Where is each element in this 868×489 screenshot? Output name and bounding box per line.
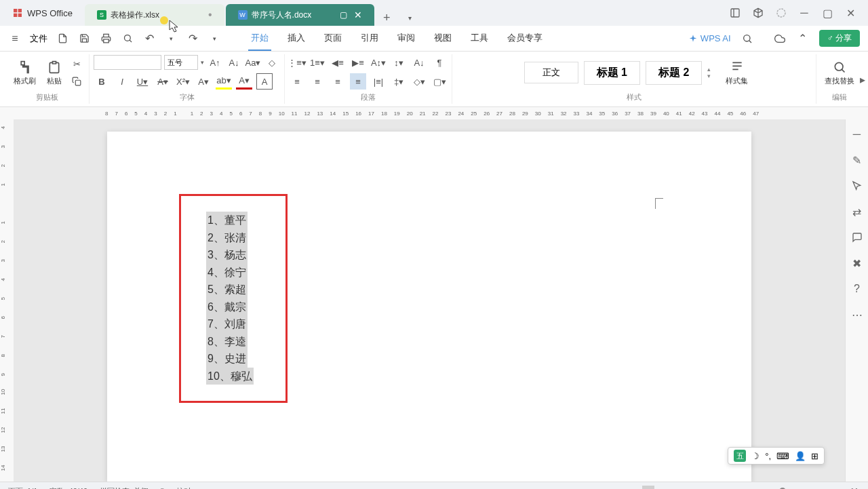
superscript-icon[interactable]: X²▾ bbox=[175, 73, 191, 90]
ime-user-icon[interactable]: 👤 bbox=[795, 451, 806, 461]
hamburger-icon[interactable]: ≡ bbox=[8, 32, 22, 45]
collapse-ribbon-icon[interactable]: ⌃ bbox=[796, 32, 810, 45]
list-item[interactable]: 8、李逵 bbox=[206, 333, 248, 351]
tab-tools[interactable]: 工具 bbox=[468, 26, 491, 51]
status-dropdown-icon[interactable]: ▾ bbox=[161, 486, 164, 489]
tab-insert[interactable]: 插入 bbox=[285, 26, 308, 51]
tab-xlsx[interactable]: S 表格操作.xlsx • bbox=[85, 4, 224, 26]
clear-format-icon[interactable]: ◇ bbox=[264, 54, 280, 71]
align-justify-icon[interactable]: ≡ bbox=[350, 73, 366, 90]
list-item[interactable]: 5、索超 bbox=[206, 281, 248, 298]
app-logo[interactable]: WPS Office bbox=[5, 7, 79, 18]
status-spell[interactable]: 拼写检查: 关闭 bbox=[100, 486, 149, 489]
line-spacing-icon[interactable]: ↕▾ bbox=[391, 54, 407, 71]
increase-indent-icon[interactable]: ▶≡ bbox=[350, 54, 366, 71]
side-cursor-icon[interactable] bbox=[850, 179, 864, 193]
side-tools-icon[interactable]: ✖ bbox=[850, 256, 864, 270]
file-menu[interactable]: 文件 bbox=[30, 33, 47, 45]
show-marks-icon[interactable]: ¶ bbox=[431, 54, 448, 71]
cube-icon[interactable] bbox=[751, 6, 765, 20]
text-effects-icon[interactable]: A▾ bbox=[195, 73, 212, 90]
font-size-input[interactable] bbox=[164, 55, 198, 70]
view-web-icon[interactable]: ⊕ bbox=[699, 486, 711, 490]
print-preview-icon[interactable] bbox=[121, 32, 134, 45]
style-heading2[interactable]: 标题 2 bbox=[646, 61, 702, 85]
line-height-icon[interactable]: ‡▾ bbox=[391, 73, 407, 90]
italic-icon[interactable]: I bbox=[114, 73, 130, 90]
list-item[interactable]: 2、张清 bbox=[206, 229, 248, 247]
side-settings-icon[interactable]: ⇄ bbox=[850, 205, 864, 218]
view-outline-icon[interactable]: ≡ bbox=[661, 486, 673, 490]
zoom-in-icon[interactable]: + bbox=[798, 486, 810, 490]
view-ruler-icon[interactable]: ⊿ bbox=[718, 486, 730, 490]
selected-text-list[interactable]: 1、董平2、张清3、杨志4、徐宁5、索超6、戴宗7、刘唐8、李逵9、史进10、穆… bbox=[206, 212, 254, 385]
tab-close-icon[interactable]: ✕ bbox=[354, 9, 362, 20]
font-size-dropdown-icon[interactable]: ▾ bbox=[201, 59, 204, 66]
view-page-icon[interactable]: ▤ bbox=[642, 486, 654, 490]
cloud-icon[interactable] bbox=[773, 32, 787, 45]
status-words[interactable]: 字数: 40/40 bbox=[50, 486, 87, 489]
numbering-icon[interactable]: 1≡▾ bbox=[309, 54, 326, 71]
borders-icon[interactable]: ▢▾ bbox=[431, 73, 448, 90]
view-focus-icon[interactable]: ▣ bbox=[623, 486, 635, 490]
new-doc-icon[interactable] bbox=[56, 32, 69, 45]
list-item[interactable]: 3、杨志 bbox=[206, 246, 248, 264]
sync-icon[interactable] bbox=[774, 6, 788, 20]
redo-dropdown-icon[interactable]: ▾ bbox=[208, 32, 221, 45]
maximize-button[interactable]: ▢ bbox=[821, 6, 834, 20]
change-case-icon[interactable]: Aa▾ bbox=[245, 54, 261, 71]
list-item[interactable]: 9、史进 bbox=[206, 350, 248, 368]
decrease-indent-icon[interactable]: ◀≡ bbox=[330, 54, 346, 71]
paste-button[interactable]: 粘贴 bbox=[43, 57, 66, 89]
find-replace-button[interactable]: 查找替换 bbox=[821, 57, 859, 89]
copy-icon[interactable] bbox=[68, 73, 85, 90]
list-item[interactable]: 4、徐宁 bbox=[206, 264, 248, 281]
decrease-font-icon[interactable]: A↓ bbox=[226, 54, 242, 71]
undo-icon[interactable]: ↶ bbox=[142, 32, 156, 45]
ribbon-scroll-right-icon[interactable]: ▸ bbox=[860, 73, 865, 85]
list-item[interactable]: 7、刘唐 bbox=[206, 315, 248, 333]
redo-icon[interactable]: ↷ bbox=[186, 32, 199, 45]
list-item[interactable]: 1、董平 bbox=[206, 212, 248, 229]
list-item[interactable]: 10、穆弘 bbox=[206, 368, 254, 385]
sort-icon[interactable]: A↓ bbox=[411, 54, 427, 71]
tab-reference[interactable]: 引用 bbox=[358, 26, 381, 51]
save-icon[interactable] bbox=[77, 32, 91, 45]
tab-home[interactable]: 开始 bbox=[248, 26, 271, 51]
shading-icon[interactable]: ◇▾ bbox=[411, 73, 427, 90]
format-painter-button[interactable]: 格式刷 bbox=[9, 57, 40, 89]
status-page[interactable]: 页面: 1/1 bbox=[8, 486, 37, 489]
distribute-icon[interactable]: |≡| bbox=[370, 73, 387, 90]
style-set-button[interactable]: 样式集 bbox=[722, 57, 752, 89]
search-icon[interactable] bbox=[741, 32, 754, 45]
tab-member[interactable]: 会员专享 bbox=[505, 26, 545, 51]
side-pencil-icon[interactable]: ✎ bbox=[850, 153, 864, 167]
print-icon[interactable] bbox=[99, 32, 113, 45]
tab-view[interactable]: 视图 bbox=[431, 26, 454, 51]
align-center-icon[interactable]: ≡ bbox=[309, 73, 326, 90]
document-canvas[interactable]: 1、董平2、张清3、杨志4、徐宁5、索超6、戴宗7、刘唐8、李逵9、史进10、穆… bbox=[14, 119, 845, 482]
bold-icon[interactable]: B bbox=[94, 73, 110, 90]
status-proof[interactable]: 校对 bbox=[176, 486, 191, 489]
view-reading-icon[interactable]: ▷ bbox=[680, 486, 692, 490]
close-button[interactable]: ✕ bbox=[844, 6, 857, 20]
side-more-icon[interactable]: ⋯ bbox=[850, 308, 864, 321]
panel-icon[interactable] bbox=[728, 6, 742, 20]
wps-ai-button[interactable]: WPS AI bbox=[688, 33, 731, 43]
align-left-icon[interactable]: ≡ bbox=[289, 73, 305, 90]
font-name-input[interactable] bbox=[94, 55, 161, 70]
bullets-icon[interactable]: ⋮≡▾ bbox=[289, 54, 305, 71]
new-tab-button[interactable]: + bbox=[378, 9, 395, 26]
align-right-icon[interactable]: ≡ bbox=[330, 73, 346, 90]
tab-dropdown-icon[interactable]: ▾ bbox=[401, 9, 418, 26]
cut-icon[interactable]: ✂ bbox=[68, 56, 85, 72]
tab-doc-active[interactable]: W 带序号人名.docx ▢ ✕ bbox=[226, 4, 375, 26]
share-button[interactable]: ♂ 分享 bbox=[819, 30, 860, 47]
font-color-icon[interactable]: A▾ bbox=[236, 73, 252, 90]
style-normal[interactable]: 正文 bbox=[524, 62, 578, 83]
minimize-button[interactable]: ─ bbox=[797, 6, 811, 20]
tab-restore-icon[interactable]: ▢ bbox=[340, 10, 347, 20]
underline-icon[interactable]: U▾ bbox=[134, 73, 151, 90]
tab-review[interactable]: 审阅 bbox=[395, 26, 418, 51]
ime-moon-icon[interactable]: ☽ bbox=[751, 451, 760, 461]
